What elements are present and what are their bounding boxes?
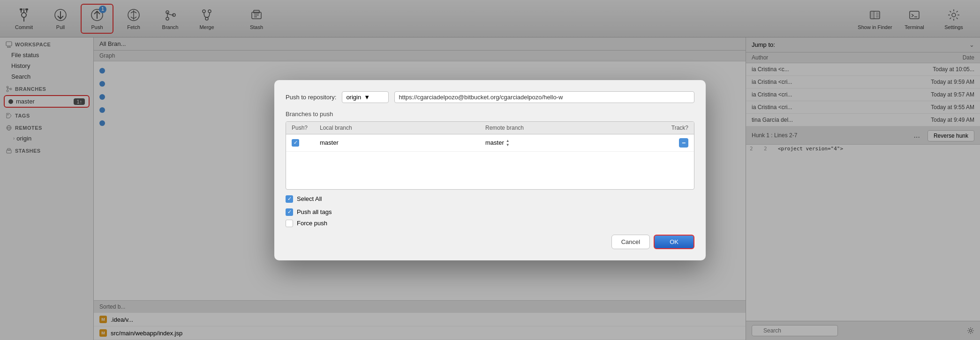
push-table-empty [286,152,694,189]
repo-dropdown[interactable]: origin ▼ [342,91,389,103]
select-all-row: ✓ Select All [286,195,694,203]
repo-name: origin [346,94,361,101]
local-branch-cell: master [320,139,485,146]
col-push: Push? [292,125,320,131]
push-table: Push? Local branch Remote branch Track? … [286,121,694,190]
push-table-header: Push? Local branch Remote branch Track? [286,122,694,134]
push-checkbox-master[interactable]: ✓ [292,139,299,147]
track-minus-button[interactable]: − [679,138,688,148]
push-to-repo-label: Push to repository: [286,94,336,101]
repo-url-field: https://cgarciadelpozo@bitbucket.org/cga… [394,91,694,103]
branches-to-push-label: Branches to push [286,111,694,118]
push-all-tags-row: ✓ Push all tags [286,208,694,216]
select-all-label: Select All [297,195,322,202]
repo-dropdown-chevron: ▼ [364,94,370,101]
force-push-checkbox[interactable] [286,220,293,227]
push-checkbox-col: ✓ [292,139,320,147]
select-all-checkbox[interactable]: ✓ [286,195,293,203]
remote-branch-stepper[interactable]: ▲ ▼ [506,139,510,147]
track-checkbox-col: − [651,138,688,148]
cancel-button[interactable]: Cancel [611,235,650,249]
modal-options: ✓ Push all tags Force push [286,208,694,227]
push-all-tags-checkbox[interactable]: ✓ [286,208,293,216]
col-local: Local branch [320,125,485,131]
modal-title-row: Push to repository: origin ▼ https://cga… [286,91,694,103]
push-table-row-master: ✓ master master ▲ ▼ − [286,134,694,152]
push-modal: Push to repository: origin ▼ https://cga… [274,80,706,260]
ok-button[interactable]: OK [654,235,694,249]
col-track: Track? [651,125,688,131]
col-remote: Remote branch [485,125,651,131]
modal-overlay: Push to repository: origin ▼ https://cga… [0,0,980,340]
force-push-label: Force push [297,220,327,227]
remote-branch-cell: master ▲ ▼ [485,139,651,147]
push-all-tags-label: Push all tags [297,208,332,215]
modal-buttons: Cancel OK [286,235,694,249]
force-push-row: Force push [286,220,694,227]
